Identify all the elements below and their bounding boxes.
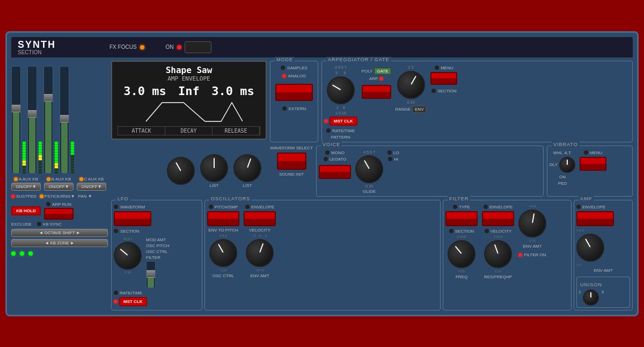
filter-env-label: ENVELOPE [489,205,513,209]
lfo-mst-clk-btn[interactable]: MST CLK [119,297,147,306]
slider-2[interactable] [27,66,37,174]
pstick-group: PSTICK/RNG▼ [40,194,75,199]
center-knob-1[interactable] [167,157,195,185]
arp-run-btn[interactable] [44,208,74,220]
osc-pitch-knob[interactable] [209,239,237,267]
hi-label: HI [394,157,398,162]
lo-led [387,150,392,155]
arp-rate-knob[interactable] [327,76,355,104]
octave-shift-btn[interactable]: ◄ OCTAVE SHIFT ► [11,229,108,237]
analog-label: ANALOG [288,74,306,78]
pitch-smp-label: PITCH/SMP [215,205,238,209]
bottom-leds [11,251,108,256]
glide-knob[interactable] [355,155,383,183]
lfo-rate-time-led [114,291,118,295]
kb-hold-btn[interactable]: KB HOLD [11,206,41,215]
fx-focus-area: FX FOCUS [109,44,144,50]
vib-menu-led [584,150,588,155]
unison-1: 1 [579,290,581,306]
amp-env-rocker[interactable] [576,211,614,226]
on-switch[interactable] [185,41,211,53]
voice-section: VOICE MONO LEGATO [316,146,544,197]
mono-label: MONO [331,150,345,155]
gate-btn[interactable]: GATE [374,68,391,75]
filter-env-rocker[interactable] [482,211,514,226]
waveform-select-area: LIST LIST [111,146,267,197]
pan-label: PAN ▼ [78,194,92,199]
extern-label: EXTERN [289,106,306,111]
osc-env-amt-knob[interactable] [246,239,274,267]
vib-rocker[interactable] [580,157,606,171]
filter-type-rocker[interactable] [445,211,478,226]
display-shape: Shape Saw [118,65,260,75]
slider-4[interactable] [60,66,69,174]
env-btn[interactable]: ENV [412,106,426,113]
lfo-rate-knob[interactable] [114,242,142,270]
bottom-led-2 [20,251,24,256]
osc-env-rocker[interactable] [244,211,276,226]
aux-b-btn[interactable]: ON/OFF▼ [44,183,74,191]
waveform-rocker[interactable] [277,153,306,170]
lfo-mst-clk-led [114,300,118,303]
voice-rocker[interactable] [319,165,351,179]
center-knob-3[interactable] [233,154,261,182]
slider-col-1 [11,66,21,174]
mode-rocker[interactable] [275,84,313,101]
slider-1[interactable] [11,66,21,174]
amp-label: AMP [579,196,594,201]
lfo-section-label: SECTION [120,229,140,234]
res-knob[interactable] [484,240,512,268]
slider-3[interactable] [43,66,53,174]
analog-led [282,74,286,78]
filter-label: FILTER [448,196,470,201]
display-values: 3.0 ms Inf 3.0 ms [118,84,260,98]
filter-section: FILTER TYPE SECTION [443,200,572,310]
lfo-section-led [114,229,118,233]
lfo-filter-slider[interactable] [146,261,156,288]
arpeggiator-label: ARPEGGIATOR / GATE [326,57,391,62]
arp-rocker[interactable] [362,85,391,99]
section-led [431,89,436,93]
display-labels: ATTACK DECAY RELEASE [118,126,260,135]
poly-label: POLY [362,69,373,74]
oscillators-section: OSCILLATORS PITCH/SMP ENV TO PITCH 456 [204,200,441,310]
mode-label: MODE [275,57,295,62]
filter-env-amt-knob[interactable] [518,209,546,237]
aux-c-btn[interactable]: ON/OFF▼ [77,183,106,191]
sound-init-label: SOUND INIT [279,172,304,177]
lo-label: LO [393,150,399,155]
unison-knob[interactable] [583,290,599,306]
freq-knob[interactable] [448,240,475,268]
dly-label: DLY [550,162,558,167]
release-label: RELEASE [213,127,260,135]
center-knob-2[interactable] [200,154,228,182]
aux-c-label: C AUX KB [84,177,104,182]
at-label: A.T. [564,150,572,155]
amp-env-amt-knob[interactable] [576,234,604,262]
lfo-waveform-rocker[interactable] [114,211,151,226]
vibrato-dly-knob[interactable] [559,157,575,173]
sustped-led [11,194,15,198]
aux-c-led [79,177,83,181]
range-knob[interactable] [397,71,425,99]
vibrato-section: VIBRATO WHL A.T. DLY [547,146,633,197]
synth-header: SYNTH SECTION FX FOCUS ON [11,37,633,57]
menu-rocker-1[interactable] [430,72,457,85]
aux-b-group: B AUX KB ON/OFF▼ [44,177,74,191]
range-label: RANGE [396,107,411,112]
mst-clk-btn[interactable]: MST CLK [330,117,357,126]
list1-label: LIST [210,183,219,188]
kb-sync-label: KB SYNC [43,222,62,227]
aux-c-group: C AUX KB ON/OFF▼ [77,177,106,191]
decay-value: Inf [178,84,200,98]
menu-label: MENU [441,66,453,70]
decay-label: DECAY [165,127,213,135]
lfo-waveform-label: WAVEFORM [120,205,145,209]
pitch-smp-rocker[interactable] [207,211,239,226]
list2-label: LIST [243,183,252,188]
filter-type-label: TYPE [459,205,470,209]
kb-zone-btn[interactable]: ◄ KB ZONE ► [11,239,108,247]
fx-focus-led [140,45,144,49]
aux-a-btn[interactable]: ON/OFF▼ [11,183,41,191]
lfo-rate-time-label: RATE/TIME [120,291,142,295]
